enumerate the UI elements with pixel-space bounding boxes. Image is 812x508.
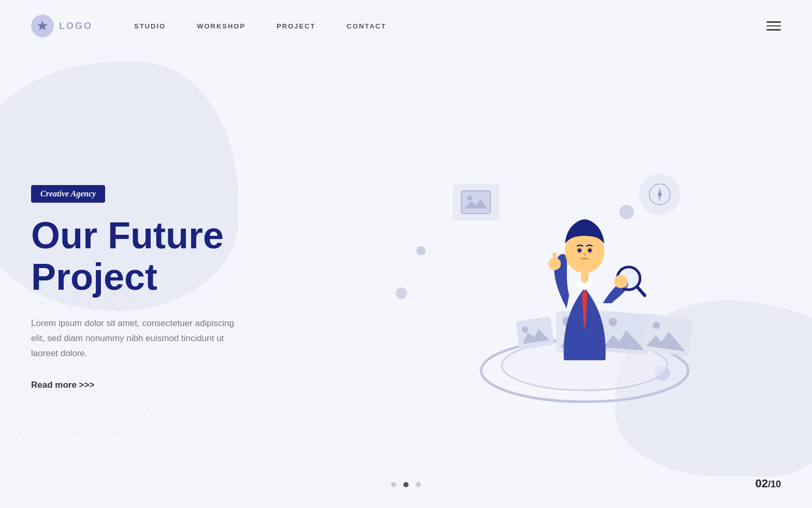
person-illustration (476, 163, 693, 412)
logo[interactable]: LOGO (31, 15, 93, 37)
svg-point-27 (614, 275, 628, 288)
svg-point-3 (467, 195, 472, 201)
svg-point-20 (578, 249, 582, 252)
svg-point-21 (588, 249, 592, 252)
page-counter: 02/10 (755, 477, 781, 490)
hamburger-line-1 (766, 21, 781, 23)
total-pages: 10 (771, 479, 781, 489)
hero-title: Our Future Project (31, 215, 280, 297)
svg-rect-24 (553, 252, 557, 264)
hero-title-line2: Project (31, 256, 157, 298)
hamburger-menu[interactable] (766, 21, 781, 31)
agency-badge: Creative Agency (31, 185, 105, 203)
read-more-link[interactable]: Read more >>> (31, 380, 94, 390)
logo-text: LOGO (59, 21, 93, 32)
hamburger-line-3 (766, 29, 781, 31)
nav-item-contact[interactable]: CONTACT (347, 22, 387, 30)
svg-line-26 (637, 287, 645, 295)
pagination-dot-1[interactable] (391, 482, 396, 487)
nav-links: STUDIO WORKSHOP PROJECT CONTACT (134, 22, 766, 30)
hero-illustration (280, 111, 781, 464)
hamburger-line-2 (766, 25, 781, 27)
nav-item-studio[interactable]: STUDIO (134, 22, 166, 30)
logo-icon (31, 15, 54, 37)
current-page: 02 (755, 477, 767, 490)
hero-title-line1: Our Future (31, 215, 224, 256)
nav-item-project[interactable]: PROJECT (277, 22, 315, 30)
float-dot-4 (416, 246, 426, 256)
navbar: LOGO STUDIO WORKSHOP PROJECT CONTACT (0, 0, 812, 52)
illustration-container (349, 132, 712, 443)
hero-content-left: Creative Agency Our Future Project Lorem… (31, 185, 280, 390)
hero-section: Creative Agency Our Future Project Lorem… (0, 52, 812, 508)
float-dot-2 (396, 288, 407, 299)
pagination-dot-2[interactable] (403, 482, 409, 487)
hero-description: Lorem ipsum dolor sit amet, consectetuer… (31, 316, 238, 361)
svg-rect-9 (515, 317, 554, 350)
pagination-dot-3[interactable] (416, 482, 421, 487)
pagination-dots (391, 482, 421, 487)
nav-item-workshop[interactable]: WORKSHOP (197, 22, 245, 30)
